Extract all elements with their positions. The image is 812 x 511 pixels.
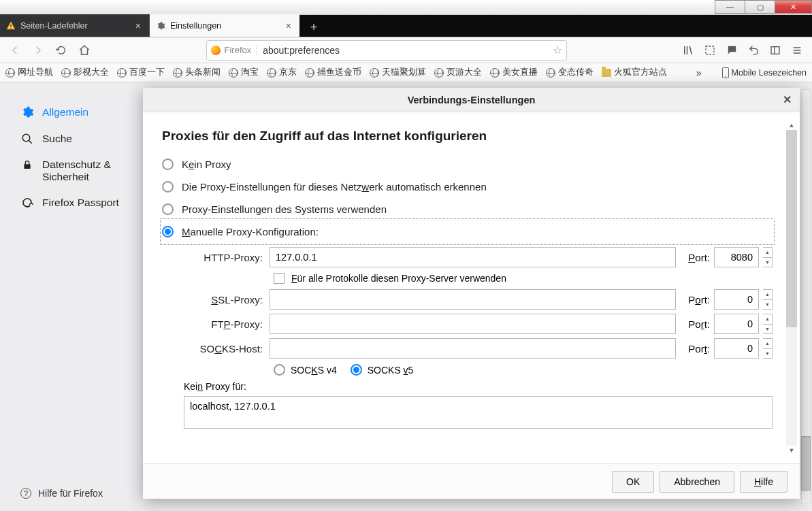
socks-port-input[interactable] xyxy=(714,338,759,359)
navigation-toolbar: Firefox ☆ xyxy=(0,37,812,63)
svg-rect-2 xyxy=(706,46,714,54)
ssl-proxy-host-input[interactable] xyxy=(270,289,676,310)
bookmark-label: 美女直播 xyxy=(502,67,538,78)
svg-rect-1 xyxy=(10,28,11,29)
gear-icon xyxy=(20,105,34,119)
globe-icon xyxy=(61,68,71,78)
tab-page-load-error[interactable]: Seiten-Ladefehler × xyxy=(0,14,150,37)
same-proxy-checkbox-row[interactable]: Für alle Protokolle diesen Proxy-Server … xyxy=(274,273,773,284)
port-spinner[interactable]: ▲▼ xyxy=(763,289,773,310)
bookmark-item[interactable]: 网址导航 xyxy=(5,67,53,78)
window-close-button[interactable]: ✕ xyxy=(775,0,812,14)
address-bar[interactable]: Firefox ☆ xyxy=(206,40,567,61)
ftp-proxy-port-input[interactable] xyxy=(714,314,759,334)
radio-socks4[interactable]: SOCKS v4 xyxy=(274,364,337,376)
sidebar-button[interactable] xyxy=(764,40,786,61)
window-minimize-button[interactable]: — xyxy=(715,0,745,14)
socks-host-input[interactable] xyxy=(270,338,676,359)
http-proxy-host-input[interactable] xyxy=(270,247,676,267)
sidebar-item-passport[interactable]: Firefox Passport xyxy=(0,190,143,216)
new-tab-button[interactable]: + xyxy=(304,18,324,37)
bookmark-item[interactable]: 变态传奇 xyxy=(546,67,594,78)
scroll-down-icon[interactable]: ▼ xyxy=(786,446,797,455)
port-spinner[interactable]: ▲▼ xyxy=(763,338,773,359)
tab-close-icon[interactable]: × xyxy=(283,20,294,31)
radio-no-proxy[interactable]: Kein Proxy xyxy=(162,153,773,176)
bookmark-folder[interactable]: 火狐官方站点 xyxy=(602,67,667,78)
dialog-header: Verbindungs-Einstellungen ✕ xyxy=(143,88,800,112)
bookmark-item[interactable]: 淘宝 xyxy=(229,67,259,78)
menu-button[interactable] xyxy=(786,40,808,61)
bookmark-item[interactable]: 捕鱼送金币 xyxy=(305,67,361,78)
library-button[interactable] xyxy=(677,40,699,61)
gear-icon xyxy=(155,20,166,31)
sidebar-item-search[interactable]: Suche xyxy=(0,126,143,152)
mobile-bookmarks-button[interactable]: Mobile Lesezeichen xyxy=(722,67,807,78)
sidebar-item-general[interactable]: Allgemein xyxy=(0,99,143,126)
radio-system-proxy[interactable]: Proxy-Einstellungen des Systems verwende… xyxy=(162,198,773,220)
tab-close-icon[interactable]: × xyxy=(133,20,144,31)
http-proxy-port-input[interactable] xyxy=(714,247,759,267)
dialog-title: Verbindungs-Einstellungen xyxy=(408,95,536,105)
radio-auto-detect[interactable]: Die Proxy-Einstellungen für dieses Netzw… xyxy=(162,176,773,198)
bookmark-item[interactable]: 天猫聚划算 xyxy=(370,67,426,78)
identity-box[interactable]: Firefox xyxy=(211,45,258,55)
scroll-thumb[interactable] xyxy=(786,130,797,327)
sidebar-item-privacy[interactable]: Datenschutz & Sicherheit xyxy=(0,152,143,190)
bookmark-star-icon[interactable]: ☆ xyxy=(553,44,562,56)
sidebar-label: Suche xyxy=(42,133,72,145)
bookmark-item[interactable]: 京东 xyxy=(267,67,297,78)
radio-label: Proxy-Einstellungen des Systems verwende… xyxy=(182,203,387,215)
globe-icon xyxy=(490,68,500,78)
preferences-sidebar: Allgemein Suche Datenschutz & Sicherheit… xyxy=(0,82,143,511)
radio-manual-proxy[interactable]: Manuelle Proxy-Konfiguration: xyxy=(162,220,773,243)
dialog-body: Proxies für den Zugriff auf das Internet… xyxy=(143,112,800,463)
back-button[interactable] xyxy=(4,40,26,61)
bookmark-label: 淘宝 xyxy=(241,67,259,78)
window-maximize-button[interactable]: ▢ xyxy=(745,0,775,14)
tab-settings[interactable]: Einstellungen × xyxy=(150,14,299,37)
dialog-close-button[interactable]: ✕ xyxy=(778,90,796,108)
no-proxy-textarea[interactable]: localhost, 127.0.0.1 xyxy=(184,396,773,429)
bookmark-item[interactable]: 百度一下 xyxy=(117,67,165,78)
radio-icon xyxy=(162,203,174,215)
sidebar-label: Firefox Passport xyxy=(42,197,119,209)
bookmarks-toolbar: 网址导航 影视大全 百度一下 头条新闻 淘宝 京东 捕鱼送金币 天猫聚划算 页游… xyxy=(0,63,812,82)
url-input[interactable] xyxy=(263,45,552,56)
port-spinner[interactable]: ▲▼ xyxy=(763,247,773,267)
radio-socks5[interactable]: SOCKS v5 xyxy=(351,364,414,376)
home-button[interactable] xyxy=(74,40,95,61)
chat-icon[interactable] xyxy=(721,40,743,61)
ftp-proxy-host-input[interactable] xyxy=(270,314,676,334)
tab-title: Einstellungen xyxy=(170,21,283,31)
scroll-up-icon[interactable]: ▲ xyxy=(786,120,797,130)
bookmark-label: 影视大全 xyxy=(74,67,109,78)
bookmark-item[interactable]: 页游大全 xyxy=(434,67,482,78)
ok-button[interactable]: OK xyxy=(612,471,654,493)
svg-point-7 xyxy=(22,134,30,142)
help-button[interactable]: Hilfe xyxy=(740,471,787,493)
http-proxy-label: HTTP-Proxy: xyxy=(184,252,265,263)
preferences-page: Allgemein Suche Datenschutz & Sicherheit… xyxy=(0,82,812,511)
radio-icon xyxy=(162,226,174,237)
reload-button[interactable] xyxy=(50,40,72,61)
screenshot-button[interactable] xyxy=(699,40,721,61)
mobile-bookmarks-label: Mobile Lesezeichen xyxy=(732,68,807,78)
forward-button[interactable] xyxy=(27,40,49,61)
ssl-proxy-port-input[interactable] xyxy=(714,289,759,310)
dialog-scrollbar[interactable]: ▲ ▼ xyxy=(786,120,797,455)
cancel-button[interactable]: Abbrechen xyxy=(660,471,734,493)
connection-settings-dialog: Verbindungs-Einstellungen ✕ Proxies für … xyxy=(143,88,800,499)
bookmark-label: 头条新闻 xyxy=(185,67,221,78)
bookmark-item[interactable]: 头条新闻 xyxy=(173,67,221,78)
port-spinner[interactable]: ▲▼ xyxy=(763,314,773,334)
bookmarks-overflow-button[interactable]: » xyxy=(696,67,702,78)
sync-icon xyxy=(20,197,34,209)
scroll-thumb[interactable] xyxy=(801,436,811,491)
bookmark-label: 变态传奇 xyxy=(558,67,594,78)
undo-icon[interactable] xyxy=(743,40,764,61)
bookmark-item[interactable]: 影视大全 xyxy=(61,67,109,78)
bookmark-item[interactable]: 美女直播 xyxy=(490,67,538,78)
bookmark-label: 京东 xyxy=(279,67,297,78)
help-link[interactable]: ? Hilfe für Firefox xyxy=(20,488,103,499)
